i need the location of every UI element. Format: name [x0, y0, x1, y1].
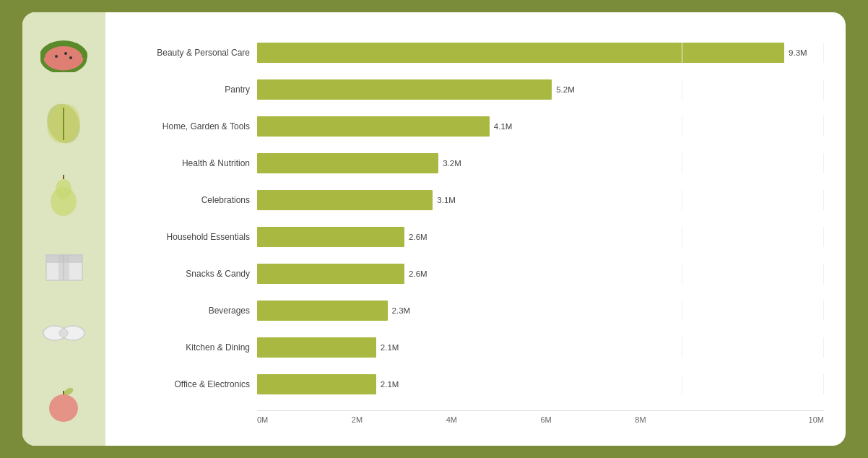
- chart-container: Beauty & Personal Care9.3MPantry5.2MHome…: [120, 34, 824, 424]
- bar-track: 3.2M: [257, 153, 824, 173]
- bar-fill: [257, 301, 388, 321]
- bar-fill: [257, 153, 438, 173]
- x-axis: 0M2M4M6M8M10M: [257, 410, 824, 424]
- x-tick: 4M: [446, 415, 541, 424]
- bar-row: Household Essentials2.6M: [120, 224, 824, 250]
- x-tick: 8M: [635, 415, 729, 424]
- bar-label: Office & Electronics: [120, 379, 257, 389]
- x-tick: 2M: [352, 415, 446, 424]
- bar-value-label: 3.1M: [437, 196, 456, 204]
- bar-value-label: 3.2M: [443, 159, 461, 168]
- chart-area: Beauty & Personal Care9.3MPantry5.2MHome…: [105, 12, 846, 446]
- bar-value-label: 5.2M: [556, 85, 575, 94]
- leaf-icon: [39, 99, 90, 150]
- bar-value-label: 2.3M: [392, 306, 411, 315]
- bar-value-label: 2.1M: [381, 343, 399, 352]
- bar-label: Kitchen & Dining: [120, 342, 257, 353]
- svg-point-6: [69, 56, 72, 59]
- bar-label: Health & Nutrition: [120, 158, 257, 168]
- watermelon-icon: [39, 29, 90, 79]
- bar-label: Household Essentials: [120, 232, 257, 242]
- x-tick: 6M: [540, 415, 635, 424]
- bar-value-label: 4.1M: [494, 122, 513, 131]
- svg-point-19: [59, 329, 68, 337]
- bar-row: Health & Nutrition3.2M: [120, 150, 824, 176]
- bar-value-label: 2.1M: [381, 380, 399, 389]
- bar-row: Office & Electronics2.1M: [120, 371, 824, 397]
- bar-row: Beauty & Personal Care9.3M: [120, 40, 824, 66]
- pear-icon: [39, 169, 90, 220]
- bar-track: 2.1M: [257, 374, 824, 394]
- bar-fill: [257, 43, 784, 63]
- bar-row: Kitchen & Dining2.1M: [120, 334, 824, 360]
- bar-value-label: 2.6M: [409, 233, 428, 241]
- svg-point-5: [64, 52, 67, 55]
- bar-track: 4.1M: [257, 116, 824, 137]
- bar-track: 2.3M: [257, 301, 824, 321]
- bar-track: 2.1M: [257, 337, 824, 358]
- bar-label: Snacks & Candy: [120, 269, 257, 279]
- bar-label: Beauty & Personal Care: [120, 48, 257, 58]
- bar-fill: [257, 227, 404, 247]
- sidebar: [22, 12, 105, 446]
- ribbon-icon: [39, 308, 90, 359]
- bar-value-label: 2.6M: [409, 269, 428, 278]
- svg-point-4: [55, 55, 58, 58]
- bar-track: 5.2M: [257, 79, 824, 100]
- bar-row: Pantry5.2M: [120, 77, 824, 103]
- bar-row: Beverages2.3M: [120, 298, 824, 324]
- bar-label: Pantry: [120, 85, 257, 95]
- bar-row: Celebrations3.1M: [120, 187, 824, 213]
- bar-fill: [257, 337, 376, 358]
- svg-point-11: [56, 179, 71, 199]
- bar-label: Beverages: [120, 306, 257, 316]
- box-icon: [39, 238, 90, 289]
- bar-fill: [257, 190, 433, 210]
- bar-fill: [257, 116, 490, 137]
- bar-track: 2.6M: [257, 264, 824, 284]
- bar-track: 3.1M: [257, 190, 824, 210]
- main-card: Beauty & Personal Care9.3MPantry5.2MHome…: [22, 12, 846, 446]
- bar-fill: [257, 79, 552, 100]
- bar-track: 2.6M: [257, 227, 824, 247]
- x-tick: 10M: [729, 415, 824, 424]
- apple-icon: [39, 379, 90, 429]
- bar-fill: [257, 374, 376, 394]
- bars-section: Beauty & Personal Care9.3MPantry5.2MHome…: [120, 34, 824, 410]
- bar-label: Celebrations: [120, 195, 257, 205]
- bar-fill: [257, 264, 404, 284]
- svg-point-20: [49, 394, 78, 422]
- bar-track: 9.3M: [257, 43, 824, 63]
- bar-label: Home, Garden & Tools: [120, 121, 257, 131]
- bar-row: Snacks & Candy2.6M: [120, 261, 824, 287]
- bar-value-label: 9.3M: [789, 48, 807, 57]
- bar-row: Home, Garden & Tools4.1M: [120, 113, 824, 139]
- x-tick: 0M: [257, 415, 352, 424]
